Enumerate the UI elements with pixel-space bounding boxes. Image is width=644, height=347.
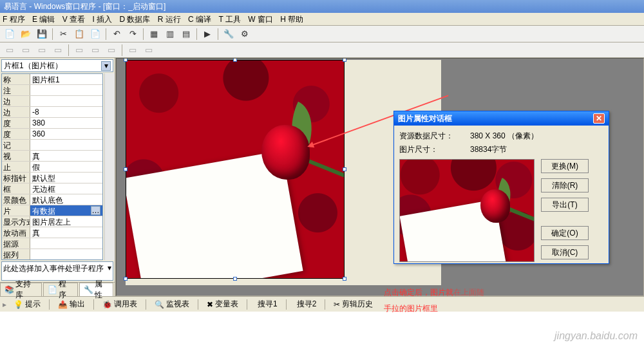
prop-row[interactable]: 视真 (2, 151, 102, 162)
image-size-label: 图片尺寸： (399, 144, 457, 155)
picture-box[interactable] (126, 60, 345, 279)
align4-icon[interactable]: ▭ (51, 44, 65, 57)
paste-icon[interactable]: 📄 (88, 28, 102, 41)
prop-row[interactable]: 标指针默认型 (2, 173, 102, 183)
align7-icon[interactable]: ▭ (104, 44, 118, 57)
scrollbar-vertical[interactable] (104, 73, 115, 260)
menu-tools[interactable]: T 工具 (218, 15, 240, 24)
undo-icon[interactable]: ↶ (109, 28, 124, 41)
align8-icon[interactable]: ▭ (126, 44, 140, 57)
prop-row[interactable]: 据列 (2, 249, 102, 260)
prop-row[interactable]: 显示方式图片居左上 (2, 216, 102, 227)
close-icon[interactable]: ✕ (593, 113, 605, 124)
bottom-剪辑历史[interactable]: ✂剪辑历史 (329, 297, 377, 312)
menu-window[interactable]: W 窗口 (248, 15, 273, 24)
annotation-text: 点击确定后，图片就在上面随 手拉的图片框里 (384, 283, 484, 315)
align6-icon[interactable]: ▭ (88, 44, 102, 57)
prop-row[interactable]: 注 (2, 85, 102, 96)
menu-edit[interactable]: E 编辑 (32, 15, 55, 24)
align1-icon[interactable]: ▭ (3, 44, 17, 57)
prop-row[interactable]: 度360 (2, 129, 102, 140)
align9-icon[interactable]: ▭ (142, 44, 156, 57)
tool-icon[interactable]: 🔧 (222, 28, 236, 41)
menu-view[interactable]: V 查看 (62, 15, 85, 24)
gear-icon[interactable]: ⚙ (238, 28, 252, 41)
align3-icon[interactable]: ▭ (35, 44, 49, 57)
tab-支持库[interactable]: 📚支持库 (0, 283, 42, 296)
layout1-icon[interactable]: ▦ (147, 28, 161, 41)
open-icon[interactable]: 📂 (19, 28, 33, 41)
prop-row[interactable]: 景颜色默认底色 (2, 194, 102, 205)
menu-database[interactable]: D 数据库 (119, 15, 150, 24)
save-icon[interactable]: 💾 (35, 28, 49, 41)
bottom-提示[interactable]: 💡提示 (9, 297, 45, 312)
resource-size-label: 资源数据尺寸： (399, 131, 457, 142)
image-size-value: 38834字节 (470, 144, 507, 155)
prop-row[interactable]: 称图片框1 (2, 74, 102, 85)
menu-run[interactable]: R 运行 (158, 15, 181, 24)
layout3-icon[interactable]: ▤ (179, 28, 193, 41)
image-property-dialog: 图片属性对话框 ✕ 资源数据尺寸： 380 X 360 （像素） 图片尺寸： 3… (393, 111, 609, 264)
resource-size-value: 380 X 360 （像素） (470, 131, 538, 142)
align2-icon[interactable]: ▭ (19, 44, 33, 57)
dialog-btn-3[interactable]: 确定(O) (541, 226, 589, 240)
dialog-btn-1[interactable]: 清除(R) (541, 178, 589, 192)
chevron-down-icon[interactable]: ▾ (101, 61, 111, 71)
object-selector[interactable]: 片框1（图片框）▾ (1, 59, 113, 72)
left-tabs: 📚支持库📄程序🔧属性 (0, 282, 115, 296)
bottom-变量表[interactable]: ✖变量表 (202, 297, 243, 312)
menu-compile[interactable]: C 编译 (188, 15, 211, 24)
prop-row[interactable]: 止假 (2, 162, 102, 173)
prop-row[interactable]: 放动画真 (2, 227, 102, 238)
copy-icon[interactable]: 📋 (72, 28, 86, 41)
tab-程序[interactable]: 📄程序 (43, 283, 77, 296)
dialog-btn-0[interactable]: 更换(M) (541, 159, 589, 173)
layout2-icon[interactable]: ▥ (163, 28, 177, 41)
menu-help[interactable]: H 帮助 (280, 15, 303, 24)
image-preview (399, 159, 535, 262)
bottom-调用表[interactable]: 🐞调用表 (98, 297, 142, 312)
toolbar-main: 📄 📂 💾 ✂ 📋 📄 ↶ ↷ ▦ ▥ ▤ ▶ 🔧 ⚙ (0, 26, 644, 42)
run-icon[interactable]: ▶ (200, 28, 214, 41)
new-icon[interactable]: 📄 (3, 28, 17, 41)
align5-icon[interactable]: ▭ (72, 44, 86, 57)
prop-row[interactable]: 框无边框 (2, 183, 102, 194)
prop-row[interactable]: 边-8 (2, 107, 102, 118)
event-helper[interactable]: 此处选择加入事件处理子程序▾ (1, 261, 113, 281)
bottom-监视表[interactable]: 🔍监视表 (150, 297, 194, 312)
menu-insert[interactable]: I 插入 (92, 15, 112, 24)
dialog-btn-4[interactable]: 取消(C) (541, 245, 589, 259)
prop-row[interactable]: 边 (2, 96, 102, 107)
watermark: jingyan.baidu.com (554, 330, 638, 342)
dialog-btn-2[interactable]: 导出(T) (541, 198, 589, 212)
prop-row[interactable]: 记 (2, 140, 102, 151)
bottom-搜寻1[interactable]: 搜寻1 (251, 297, 282, 312)
cut-icon[interactable]: ✂ (56, 28, 70, 41)
redo-icon[interactable]: ↷ (126, 28, 140, 41)
window-titlebar: 易语言 - Windows窗口程序 - [窗口：_启动窗口] (0, 0, 644, 13)
bottom-搜寻2[interactable]: 搜寻2 (290, 297, 321, 312)
prop-row[interactable]: 片有数据… (2, 205, 102, 216)
toolbar-align: ▭ ▭ ▭ ▭ ▭ ▭ ▭ ▭ ▭ (0, 42, 644, 58)
dialog-titlebar[interactable]: 图片属性对话框 ✕ (394, 111, 609, 126)
prop-row[interactable]: 据源 (2, 238, 102, 249)
property-grid[interactable]: 称图片框1注边边-8度380度360记视真止假标指针默认型框无边框景颜色默认底色… (1, 73, 103, 260)
prop-row[interactable]: 度380 (2, 118, 102, 129)
menubar: F 程序 E 编辑 V 查看 I 插入 D 数据库 R 运行 C 编译 T 工具… (0, 13, 644, 26)
bottom-输出[interactable]: 📤输出 (53, 297, 90, 312)
tab-属性[interactable]: 🔧属性 (79, 283, 113, 296)
menu-program[interactable]: F 程序 (3, 15, 25, 24)
property-panel: 片框1（图片框）▾ 称图片框1注边边-8度380度360记视真止假标指针默认型框… (0, 58, 116, 296)
